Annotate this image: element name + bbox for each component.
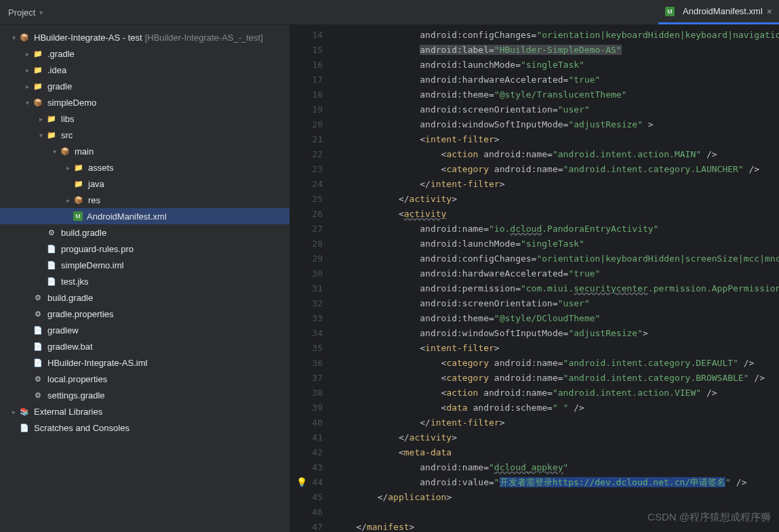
manifest-icon: M <box>665 7 675 16</box>
tree-item[interactable]: 📄test.jks <box>0 273 289 289</box>
tree-label: main <box>75 146 94 157</box>
folder-icon: 📁 <box>73 162 84 173</box>
gradle-icon: ⚙ <box>33 292 43 303</box>
project-dropdown[interactable]: Project ▾ <box>0 0 51 24</box>
tree-item[interactable]: ▸📦res <box>0 192 289 208</box>
tree-label: gradlew <box>47 325 79 335</box>
tree-item[interactable]: ⚙build.gradle <box>0 224 289 241</box>
tree-label: test.jks <box>61 277 88 287</box>
tree-label: AndroidManifest.xml <box>87 211 167 222</box>
chevron-right-icon[interactable]: ▸ <box>62 164 73 171</box>
mod-icon: 📦 <box>33 97 43 108</box>
folder-icon: 📁 <box>73 178 84 189</box>
chevron-down-icon[interactable]: ▾ <box>49 148 60 155</box>
mod-icon: 📦 <box>73 195 84 205</box>
chevron-down-icon[interactable]: ▾ <box>35 131 46 139</box>
chevron-down-icon[interactable]: ▾ <box>22 99 33 106</box>
tree-item[interactable]: ▸📁gradle <box>0 78 289 94</box>
folder-icon: 📁 <box>46 129 57 140</box>
code-editor[interactable]: 1415161718192021222324252627282930313233… <box>290 25 779 532</box>
file-icon: 📄 <box>19 422 30 433</box>
m-icon: M <box>73 211 83 221</box>
tree-label: gradle.properties <box>47 309 114 319</box>
tree-label: .idea <box>47 65 66 75</box>
tree-label: local.properties <box>47 374 107 384</box>
tree-label: java <box>88 179 104 189</box>
file-icon: 📄 <box>33 341 43 352</box>
gradle-icon: ⚙ <box>33 390 43 401</box>
folder-icon: 📁 <box>46 113 57 124</box>
chevron-right-icon[interactable]: ▸ <box>8 408 19 415</box>
gradle-icon: ⚙ <box>46 227 57 238</box>
tree-label: .gradle <box>47 49 75 59</box>
folder-icon: 📁 <box>33 64 43 75</box>
tree-label: HBuilder-Integrate-AS.iml <box>47 358 147 368</box>
folder-icon: 📁 <box>33 48 43 59</box>
tree-label: External Libraries <box>34 407 102 417</box>
tree-item[interactable]: 📁java <box>0 176 289 192</box>
watermark: CSDN @程序猿想成程序狮 <box>647 511 771 524</box>
tree-suffix: [HBuilder-Integrate-AS_-_test] <box>145 33 263 43</box>
tree-item[interactable]: MAndroidManifest.xml <box>0 208 289 224</box>
tree-label: proguard-rules.pro <box>61 244 134 254</box>
tree-label: build.gradle <box>47 293 93 303</box>
tree-label: libs <box>61 114 75 124</box>
line-gutter: 1415161718192021222324252627282930313233… <box>290 25 335 532</box>
tree-item[interactable]: 📄Scratches and Consoles <box>0 420 289 436</box>
tree-label: assets <box>88 163 114 173</box>
lib-icon: 📚 <box>19 406 30 417</box>
tree-item[interactable]: ▸📁.idea <box>0 62 289 78</box>
tree-item[interactable]: ⚙settings.gradle <box>0 387 289 403</box>
tree-item[interactable]: ▸📁.gradle <box>0 45 289 62</box>
tree-item[interactable]: ▸📚External Libraries <box>0 403 289 420</box>
tree-label: gradle <box>47 81 72 91</box>
close-icon[interactable]: × <box>767 6 772 17</box>
tree-label: gradlew.bat <box>47 342 93 352</box>
tree-label: res <box>88 195 100 205</box>
chevron-right-icon[interactable]: ▸ <box>22 83 33 90</box>
file-icon: 📄 <box>46 276 57 287</box>
editor-tab[interactable]: M AndroidManifest.xml × <box>658 0 779 24</box>
tree-item[interactable]: ▾📁src <box>0 127 289 143</box>
gradle-icon: ⚙ <box>33 308 43 319</box>
tree-item[interactable]: ▾📦main <box>0 143 289 159</box>
project-tree[interactable]: ▾📦HBuilder-Integrate-AS - test[HBuilder-… <box>0 25 290 532</box>
tree-item[interactable]: ▾📦HBuilder-Integrate-AS - test[HBuilder-… <box>0 29 289 45</box>
tree-item[interactable]: ⚙build.gradle <box>0 289 289 306</box>
folder-icon: 📁 <box>33 81 43 91</box>
tree-label: src <box>61 130 73 140</box>
tree-label: HBuilder-Integrate-AS - test <box>34 33 142 43</box>
chevron-right-icon[interactable]: ▸ <box>35 115 46 123</box>
tree-item[interactable]: ▸📁libs <box>0 110 289 127</box>
tree-label: settings.gradle <box>47 390 105 401</box>
chevron-down-icon: ▾ <box>39 9 43 16</box>
file-icon: 📄 <box>46 260 57 270</box>
gradle-icon: ⚙ <box>33 373 43 384</box>
file-icon: 📄 <box>46 243 57 254</box>
file-icon: 📄 <box>33 357 43 368</box>
tree-label: simpleDemo.iml <box>61 260 123 270</box>
mod-icon: 📦 <box>60 146 71 157</box>
mod-icon: 📦 <box>19 32 30 43</box>
tree-item[interactable]: ▸📁assets <box>0 159 289 176</box>
tree-label: simpleDemo <box>47 98 96 108</box>
chevron-right-icon[interactable]: ▸ <box>22 50 33 58</box>
tree-item[interactable]: 📄proguard-rules.pro <box>0 241 289 257</box>
tree-item[interactable]: 📄gradlew.bat <box>0 338 289 354</box>
tree-item[interactable]: ▾📦simpleDemo <box>0 94 289 110</box>
chevron-down-icon[interactable]: ▾ <box>8 34 19 41</box>
tree-item[interactable]: 📄simpleDemo.iml <box>0 257 289 273</box>
tab-label: AndroidManifest.xml <box>683 6 763 16</box>
chevron-right-icon[interactable]: ▸ <box>22 66 33 74</box>
tree-item[interactable]: ⚙gradle.properties <box>0 306 289 322</box>
project-label: Project <box>8 7 35 18</box>
tree-label: Scratches and Consoles <box>34 423 129 433</box>
tree-label: build.gradle <box>61 228 106 238</box>
tree-item[interactable]: ⚙local.properties <box>0 371 289 387</box>
tree-item[interactable]: 📄gradlew <box>0 322 289 338</box>
file-icon: 📄 <box>33 325 43 335</box>
code-content[interactable]: android:configChanges="orientation|keybo… <box>335 25 779 532</box>
chevron-right-icon[interactable]: ▸ <box>62 197 73 204</box>
tree-item[interactable]: 📄HBuilder-Integrate-AS.iml <box>0 354 289 371</box>
